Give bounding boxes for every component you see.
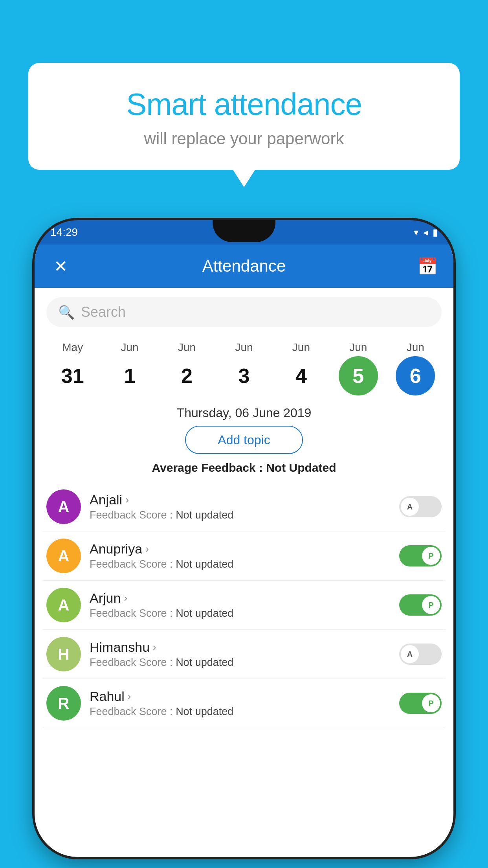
cal-month: Jun (349, 341, 367, 354)
student-avatar: R (46, 686, 81, 721)
wifi-icon: ▾ (414, 227, 418, 238)
student-list: A Anjali › Feedback Score : Not updated … (35, 482, 453, 728)
student-name: Himanshu › (90, 640, 399, 655)
student-item[interactable]: A Anupriya › Feedback Score : Not update… (42, 531, 446, 581)
cal-date: 3 (224, 356, 264, 395)
student-info: Himanshu › Feedback Score : Not updated (90, 640, 399, 669)
chevron-icon: › (153, 641, 156, 653)
signal-icon: ◂ (423, 227, 428, 238)
student-item[interactable]: R Rahul › Feedback Score : Not updated P (42, 679, 446, 728)
toggle-knob: P (422, 547, 440, 565)
chevron-icon: › (128, 690, 131, 702)
cal-date: 2 (167, 356, 207, 395)
add-topic-button[interactable]: Add topic (185, 426, 303, 454)
calendar-day[interactable]: Jun 4 (275, 341, 327, 395)
student-info: Arjun › Feedback Score : Not updated (90, 590, 399, 620)
student-item[interactable]: H Himanshu › Feedback Score : Not update… (42, 630, 446, 679)
app-bar-title: Attendance (72, 257, 416, 276)
student-info: Rahul › Feedback Score : Not updated (90, 689, 399, 718)
cal-date: 6 (396, 356, 435, 395)
avg-feedback-label: Average Feedback : (152, 461, 262, 474)
search-bar[interactable]: 🔍 Search (46, 297, 442, 327)
student-avatar: H (46, 637, 81, 671)
student-feedback: Feedback Score : Not updated (90, 706, 399, 718)
student-avatar: A (46, 588, 81, 622)
cal-date: 31 (53, 356, 92, 395)
calendar-day[interactable]: Jun 5 (333, 341, 384, 395)
student-feedback: Feedback Score : Not updated (90, 509, 399, 521)
attendance-toggle[interactable]: P (399, 594, 442, 616)
calendar-day[interactable]: Jun 2 (161, 341, 213, 395)
cal-date: 1 (110, 356, 149, 395)
calendar-row: May 31 Jun 1 Jun 2 Jun 3 Jun 4 Jun 5 Jun… (35, 335, 453, 399)
chevron-icon: › (145, 543, 149, 555)
bubble-title: Smart attendance (52, 86, 436, 122)
student-name: Rahul › (90, 689, 399, 704)
student-feedback: Feedback Score : Not updated (90, 607, 399, 620)
cal-month: May (62, 341, 83, 354)
app-bar: ✕ Attendance 📅 (35, 245, 453, 288)
attendance-toggle[interactable]: A (399, 644, 442, 665)
bubble-subtitle: will replace your paperwork (52, 129, 436, 148)
status-bar: 14:29 ▾ ◂ ▮ (35, 220, 453, 245)
toggle-knob: A (401, 498, 419, 516)
cal-month: Jun (407, 341, 424, 354)
student-feedback: Feedback Score : Not updated (90, 558, 399, 570)
student-info: Anupriya › Feedback Score : Not updated (90, 541, 399, 570)
selected-date-label: Thursday, 06 June 2019 (35, 399, 453, 426)
cal-month: Jun (121, 341, 139, 354)
student-info: Anjali › Feedback Score : Not updated (90, 492, 399, 521)
status-time: 14:29 (50, 226, 78, 239)
phone-screen: ✕ Attendance 📅 🔍 Search May 31 Jun 1 Jun… (35, 245, 453, 857)
status-icons: ▾ ◂ ▮ (414, 227, 438, 238)
notch (213, 220, 275, 242)
attendance-toggle[interactable]: A (399, 496, 442, 517)
student-name: Anupriya › (90, 541, 399, 557)
student-item[interactable]: A Anjali › Feedback Score : Not updated … (42, 482, 446, 531)
student-feedback: Feedback Score : Not updated (90, 657, 399, 669)
toggle-knob: P (422, 694, 440, 712)
avg-feedback-value: Not Updated (266, 461, 336, 474)
search-placeholder: Search (81, 304, 126, 320)
phone-frame: 14:29 ▾ ◂ ▮ ✕ Attendance 📅 🔍 Search (35, 220, 453, 857)
calendar-day[interactable]: Jun 6 (390, 341, 441, 395)
student-avatar: A (46, 539, 81, 573)
search-icon: 🔍 (58, 304, 75, 320)
speech-bubble-container: Smart attendance will replace your paper… (28, 63, 460, 170)
avg-feedback: Average Feedback : Not Updated (35, 461, 453, 474)
toggle-knob: A (401, 645, 419, 663)
cal-date: 5 (339, 356, 378, 395)
toggle-knob: P (422, 596, 440, 614)
cal-date: 4 (281, 356, 321, 395)
close-icon[interactable]: ✕ (49, 257, 72, 276)
student-name: Arjun › (90, 590, 399, 606)
student-name: Anjali › (90, 492, 399, 508)
student-avatar: A (46, 489, 81, 524)
speech-bubble: Smart attendance will replace your paper… (28, 63, 460, 170)
chevron-icon: › (125, 494, 129, 506)
calendar-icon[interactable]: 📅 (416, 257, 439, 276)
phone-inner: 14:29 ▾ ◂ ▮ ✕ Attendance 📅 🔍 Search (35, 220, 453, 857)
cal-month: Jun (292, 341, 310, 354)
student-item[interactable]: A Arjun › Feedback Score : Not updated P (42, 581, 446, 630)
calendar-day[interactable]: Jun 3 (218, 341, 270, 395)
calendar-day[interactable]: May 31 (47, 341, 98, 395)
screen-content: 🔍 Search May 31 Jun 1 Jun 2 Jun 3 Jun 4 … (35, 288, 453, 728)
chevron-icon: › (124, 592, 127, 604)
battery-icon: ▮ (433, 227, 438, 238)
cal-month: Jun (235, 341, 253, 354)
attendance-toggle[interactable]: P (399, 545, 442, 566)
attendance-toggle[interactable]: P (399, 693, 442, 714)
calendar-day[interactable]: Jun 1 (104, 341, 155, 395)
cal-month: Jun (178, 341, 196, 354)
